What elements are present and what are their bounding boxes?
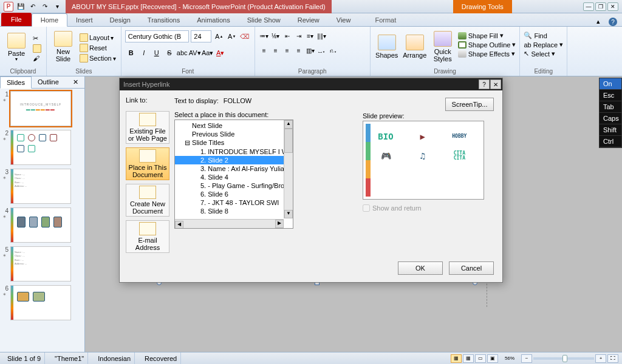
numbering-button[interactable]: ⅛▾	[270, 30, 281, 41]
smartart-button[interactable]: ⎌▾	[328, 45, 339, 56]
tree-item[interactable]: ⊟ Slide Titles	[175, 138, 293, 147]
file-tab[interactable]: File	[1, 13, 32, 26]
minimize-button[interactable]: —	[583, 2, 594, 11]
tab-view[interactable]: View	[328, 14, 360, 26]
scroll-down-icon[interactable]: ▼	[284, 210, 293, 218]
fit-window-button[interactable]: ⛶	[607, 354, 618, 363]
copy-button[interactable]	[32, 44, 43, 53]
paste-button[interactable]: Paste▼	[4, 28, 29, 66]
slide-thumbnail[interactable]: Name : ...Class : ...Born : ...Address: …	[10, 169, 71, 204]
bold-button[interactable]: B	[125, 47, 137, 59]
italic-button[interactable]: I	[138, 47, 150, 59]
layout-button[interactable]: Layout ▾	[78, 33, 117, 42]
help-icon[interactable]: ?	[609, 18, 617, 26]
tab-home[interactable]: Home	[32, 13, 67, 27]
linkto-existing-file[interactable]: Existing File or Web Page	[126, 111, 169, 144]
tree-item[interactable]: 2. Slide 2	[175, 156, 293, 164]
minimize-ribbon-icon[interactable]: ▴	[596, 18, 605, 26]
on-screen-keyboard[interactable]: OnEscTabCapsShiftCtrl	[599, 78, 622, 148]
slide-thumbnail[interactable]	[10, 130, 71, 165]
scroll-thumb[interactable]	[284, 129, 293, 153]
shape-fill-button[interactable]: Shape Fill ▾	[458, 32, 516, 39]
cancel-button[interactable]: Cancel	[449, 261, 494, 275]
linkto-email[interactable]: E-mail Address	[126, 220, 169, 253]
bullets-button[interactable]: ≔▾	[259, 30, 270, 41]
tree-item[interactable]: 4. Slide 4	[175, 173, 293, 181]
zoom-slider[interactable]	[533, 357, 594, 360]
new-slide-button[interactable]: New Slide	[50, 28, 76, 66]
dec-indent-button[interactable]: ⇤	[282, 30, 293, 41]
slide-tree[interactable]: Next SlidePrevious Slide⊟ Slide Titles1.…	[174, 120, 293, 229]
select-button[interactable]: ↖Select ▾	[524, 50, 563, 58]
line-spacing-button[interactable]: ≡▾	[305, 30, 316, 41]
ok-button[interactable]: OK	[398, 261, 443, 275]
tree-item[interactable]: 8. Slide 8	[175, 207, 293, 215]
find-button[interactable]: 🔍Find	[524, 32, 563, 39]
scroll-up-icon[interactable]: ▲	[284, 120, 293, 129]
restore-button[interactable]: ❐	[595, 2, 606, 11]
osk-key[interactable]: Caps	[600, 113, 621, 124]
grow-font-button[interactable]: A▲	[213, 30, 225, 42]
redo-icon[interactable]: ↷	[40, 2, 50, 12]
save-icon[interactable]: 💾	[16, 2, 26, 12]
zoom-out-button[interactable]: −	[521, 354, 532, 363]
change-case-button[interactable]: Aa▾	[202, 47, 214, 59]
screentip-button[interactable]: ScreenTip...	[445, 98, 494, 111]
align-text-button[interactable]: ⎵▾	[316, 45, 327, 56]
tree-item[interactable]: 7. - JKT 48 - TAYLOR SWI	[175, 198, 293, 207]
slide-thumbnail[interactable]	[10, 207, 71, 243]
justify-button[interactable]: ≡	[293, 45, 304, 56]
scroll-left-icon[interactable]: ◀	[175, 221, 183, 229]
shape-outline-button[interactable]: Shape Outline ▾	[458, 41, 516, 49]
outline-tab[interactable]: Outline	[32, 76, 65, 88]
osk-key[interactable]: Ctrl	[600, 136, 621, 147]
cut-button[interactable]: ✂	[32, 34, 43, 43]
linkto-place-in-doc[interactable]: Place in This Document	[126, 147, 169, 180]
tab-animations[interactable]: Animations	[188, 14, 238, 26]
shapes-button[interactable]: Shapes	[374, 28, 400, 66]
strikethrough-button[interactable]: S	[163, 47, 176, 59]
close-pane-icon[interactable]: ✕	[67, 76, 84, 88]
font-color-button[interactable]: A▾	[214, 47, 227, 59]
scroll-right-icon[interactable]: ▶	[275, 220, 284, 228]
inc-indent-button[interactable]: ⇥	[293, 30, 304, 41]
shape-effects-button[interactable]: Shape Effects ▾	[458, 50, 516, 58]
align-center-button[interactable]: ≡	[270, 45, 281, 56]
char-spacing-button[interactable]: AV▾	[189, 47, 201, 59]
tab-design[interactable]: Design	[101, 14, 139, 26]
tree-hscrollbar[interactable]: ◀▶	[175, 219, 284, 228]
tree-item[interactable]: Previous Slide	[175, 130, 293, 138]
reset-button[interactable]: Reset	[78, 43, 117, 53]
slide-thumbnail[interactable]: Name : ...Class : ...Born : ...Address: …	[10, 246, 71, 281]
align-right-button[interactable]: ≡	[282, 45, 293, 56]
replace-button[interactable]: abReplace ▾	[524, 41, 563, 49]
slide-counter[interactable]: Slide 1 of 9	[4, 352, 45, 364]
tree-item[interactable]: 1. INTRODUCE MYSELF I W	[175, 147, 293, 156]
close-button[interactable]: ✕	[607, 2, 618, 11]
zoom-in-button[interactable]: +	[595, 354, 606, 363]
columns-button[interactable]: ▥▾	[305, 45, 316, 56]
tree-item[interactable]: 5. - Play Game - Surfing/Bro	[175, 181, 293, 190]
theme-name[interactable]: "Theme1"	[51, 352, 88, 364]
osk-key[interactable]: Esc	[600, 90, 621, 101]
zoom-thumb[interactable]	[562, 355, 567, 362]
shadow-button[interactable]: abc	[176, 47, 188, 59]
slide-thumbnail[interactable]: INTRODUCE_MYSELF━━━━━━	[10, 91, 71, 126]
slides-tab[interactable]: Slides	[0, 76, 32, 89]
arrange-button[interactable]: Arrange	[402, 28, 428, 66]
tab-format[interactable]: Format	[366, 14, 405, 26]
reading-view-button[interactable]: ▭	[475, 354, 486, 363]
text-direction-button[interactable]: ∥∥▾	[316, 30, 327, 41]
sorter-view-button[interactable]: ▦	[463, 354, 474, 363]
language-indicator[interactable]: Indonesian	[94, 352, 135, 364]
quick-styles-button[interactable]: Quick Styles	[430, 28, 456, 66]
osk-key[interactable]: Tab	[600, 101, 621, 113]
osk-key[interactable]: Shift	[600, 124, 621, 136]
undo-icon[interactable]: ↶	[28, 2, 38, 12]
tab-transitions[interactable]: Transitions	[139, 14, 188, 26]
section-button[interactable]: Section ▾	[78, 53, 117, 63]
slideshow-view-button[interactable]: ▣	[487, 354, 498, 363]
linkto-create-new[interactable]: Create New Document	[126, 184, 169, 217]
dialog-help-icon[interactable]: ?	[479, 79, 490, 89]
zoom-percent[interactable]: 56%	[499, 354, 520, 363]
